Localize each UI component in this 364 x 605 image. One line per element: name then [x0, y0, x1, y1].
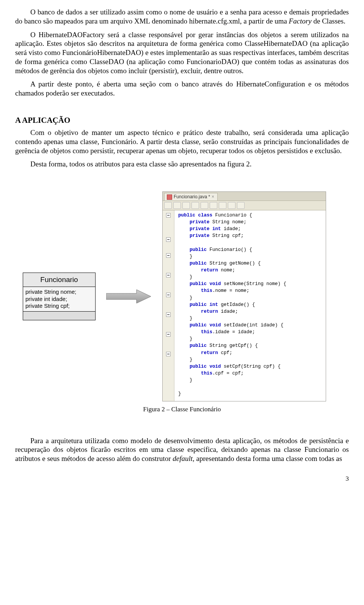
uml-attributes: private String nome; private int idade; …: [23, 287, 95, 312]
paragraph-1: O banco de dados a ser utilizado assim c…: [15, 8, 349, 26]
uml-attr-cpf: private String cpf;: [25, 302, 93, 310]
ide-body: public class Funcionario { private Strin…: [163, 210, 326, 401]
code-area[interactable]: public class Funcionario { private Strin…: [174, 210, 289, 401]
fold-icon[interactable]: [166, 213, 171, 218]
fold-icon[interactable]: [166, 253, 171, 258]
toolbar-button[interactable]: [173, 202, 181, 209]
toolbar-button[interactable]: [164, 202, 172, 209]
fold-icon[interactable]: [166, 352, 171, 356]
toolbar-button[interactable]: [210, 202, 217, 209]
ide-gutter: [163, 210, 174, 401]
paragraph-4: Com o objetivo de manter um aspecto técn…: [15, 128, 349, 155]
ide-editor-window: Funcionario.java * ×: [162, 191, 326, 401]
section-heading: A APLICAÇÃO: [15, 115, 349, 125]
figure-2: Funcionario private String nome; private…: [23, 191, 349, 401]
fold-icon[interactable]: [166, 312, 171, 317]
toolbar-button[interactable]: [201, 202, 208, 209]
fold-icon[interactable]: [166, 273, 171, 277]
ide-toolbar: [163, 201, 326, 210]
figure-caption: Figura 2 – Classe Funcionário: [15, 405, 349, 413]
arrow-icon: [106, 288, 152, 305]
ide-tab-label: Funcionario.java *: [174, 194, 210, 200]
paragraph-2: O HibernateDAOFactory será a classe resp…: [15, 30, 349, 75]
fold-icon[interactable]: [166, 293, 171, 297]
toolbar-button[interactable]: [228, 202, 235, 209]
toolbar-button[interactable]: [191, 202, 199, 209]
uml-class-title: Funcionario: [23, 273, 95, 287]
uml-attr-nome: private String nome;: [25, 288, 93, 296]
toolbar-button[interactable]: [237, 202, 245, 209]
uml-methods-empty: [23, 312, 95, 320]
toolbar-button[interactable]: [219, 202, 226, 209]
paragraph-6-italic: default: [173, 455, 193, 462]
ide-tab-funcionario[interactable]: Funcionario.java * ×: [164, 193, 218, 201]
toolbar-button[interactable]: [182, 202, 190, 209]
java-file-icon: [167, 194, 172, 200]
paragraph-6: Para a arquitetura utilizada como modelo…: [15, 436, 349, 463]
paragraph-3: A partir deste ponto, é aberta uma seção…: [15, 80, 349, 98]
paragraph-1-c: de Classes.: [312, 17, 345, 25]
fold-icon[interactable]: [166, 332, 171, 337]
paragraph-5: Desta forma, todos os atributos para est…: [15, 160, 349, 169]
ide-tabbar: Funcionario.java * ×: [163, 192, 326, 201]
uml-class-box: Funcionario private String nome; private…: [23, 273, 96, 320]
paragraph-6-c: , apresentando desta forma uma classe co…: [193, 455, 342, 462]
fold-icon[interactable]: [166, 237, 171, 242]
paragraph-1-italic: Factory: [289, 17, 312, 25]
close-icon[interactable]: ×: [212, 194, 214, 200]
svg-marker-0: [106, 290, 151, 303]
uml-attr-idade: private int idade;: [25, 296, 93, 303]
page-number: 3: [15, 475, 349, 483]
